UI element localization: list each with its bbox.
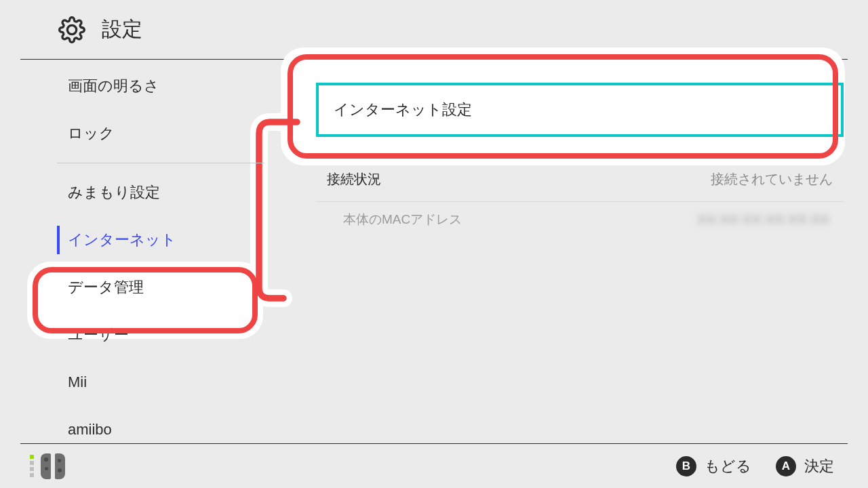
sidebar-item-label: 画面の明るさ <box>68 76 159 96</box>
sidebar-item-mii[interactable]: Mii <box>37 359 285 406</box>
sidebar-item-brightness[interactable]: 画面の明るさ <box>37 62 285 110</box>
sidebar-item-amiibo[interactable]: amiibo <box>37 406 285 453</box>
a-button-icon: A <box>776 456 796 476</box>
mac-address-value: XX:XX:XX:XX:XX:XX <box>698 212 830 227</box>
mac-address-row: 本体のMACアドレス XX:XX:XX:XX:XX:XX <box>339 202 834 237</box>
mac-address-label: 本体のMACアドレス <box>343 211 462 228</box>
joycon-right-icon <box>55 453 65 479</box>
ok-button[interactable]: A 決定 <box>776 456 834 476</box>
ok-label: 決定 <box>804 456 834 476</box>
internet-settings-label: インターネット設定 <box>334 100 472 120</box>
sidebar-item-label: みまもり設定 <box>68 182 160 203</box>
player-dots-icon <box>30 455 34 477</box>
back-button[interactable]: B もどる <box>676 456 751 476</box>
sidebar-item-parental[interactable]: みまもり設定 <box>37 169 285 216</box>
sidebar-item-label: ユーザー <box>68 325 129 345</box>
sidebar-item-internet[interactable]: インターネット <box>37 216 285 264</box>
back-label: もどる <box>705 456 751 476</box>
sidebar-item-data[interactable]: データ管理 <box>37 264 285 311</box>
sidebar-item-label: データ管理 <box>68 277 144 298</box>
sidebar-item-label: インターネット <box>68 230 176 250</box>
sidebar-item-label: Mii <box>68 373 87 391</box>
connection-status-row[interactable]: 接続状況 接続されていません <box>316 157 844 202</box>
sidebar-divider <box>57 163 264 163</box>
connection-status-label: 接続状況 <box>327 170 381 188</box>
gear-icon <box>58 16 85 43</box>
sidebar-item-label: ロック <box>68 123 115 144</box>
sidebar-item-lock[interactable]: ロック <box>37 110 285 157</box>
content-pane: インターネット設定 接続状況 接続されていません 本体のMACアドレス XX:X… <box>285 60 868 443</box>
sidebar-item-user[interactable]: ユーザー <box>37 311 285 359</box>
controller-indicator <box>30 453 65 479</box>
sidebar: 画面の明るさ ロック みまもり設定 インターネット データ管理 ユーザー Mii… <box>0 60 285 443</box>
joycon-left-icon <box>41 453 51 479</box>
page-title: 設定 <box>102 16 142 43</box>
connection-status-value: 接続されていません <box>711 170 833 188</box>
sidebar-item-label: amiibo <box>68 421 112 439</box>
b-button-icon: B <box>676 456 696 476</box>
internet-settings-row[interactable]: インターネット設定 <box>316 83 844 137</box>
